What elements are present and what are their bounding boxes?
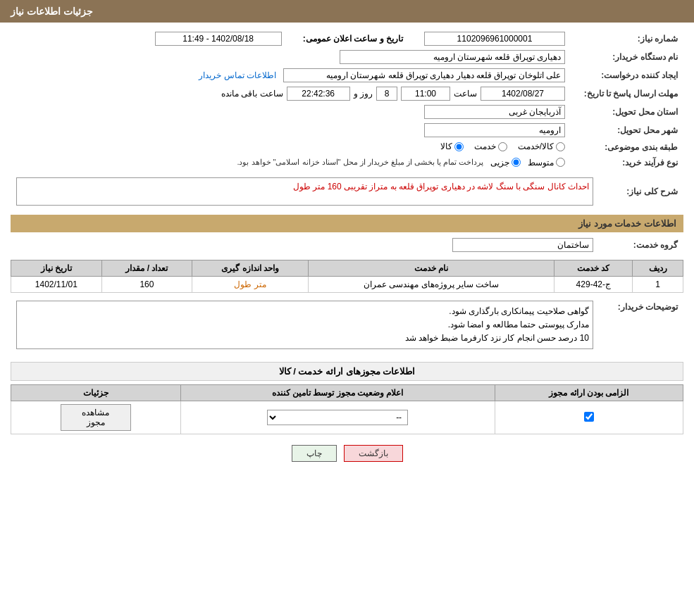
category-option-kala[interactable]: کالا xyxy=(440,142,464,151)
purchase-note: پرداخت تمام یا بخشی از مبلغ خریدار از مح… xyxy=(237,158,483,167)
need-desc-label: شرح کلی نیاز: xyxy=(599,175,683,208)
th-code: کد خدمت xyxy=(554,260,633,276)
th-unit: واحد اندازه گیری xyxy=(192,260,309,276)
permits-section-title: اطلاعات مجوزهای ارائه خدمت / کالا xyxy=(11,362,683,381)
creator-value: علی اتلوخان توپراق قلعه دهیار دهیاری توپ… xyxy=(283,68,565,82)
th-permit-status: اعلام وضعیت مجوز توسط تامین کننده xyxy=(180,385,495,401)
purchase-option-intermediate[interactable]: متوسط xyxy=(528,158,565,168)
contact-link[interactable]: اطلاعات تماس خریدار xyxy=(199,70,276,80)
service-row-qty: 160 xyxy=(101,276,192,292)
service-group-label: گروه خدمت: xyxy=(599,236,683,254)
page-header: جزئیات اطلاعات نیاز xyxy=(0,0,694,23)
service-row-code: ج-42-429 xyxy=(554,276,633,292)
service-row-name: ساخت سایر پروژه‌های مهندسی عمران xyxy=(308,276,554,292)
category-radio-group: کالا/خدمت خدمت کالا xyxy=(440,142,565,151)
purchase-option-partial[interactable]: جزیی xyxy=(490,158,521,168)
category-label: طبقه بندی موضوعی: xyxy=(571,139,683,156)
buyer-note-line: گواهی صلاحیت پیمانکاری بارگذاری شود. xyxy=(20,305,589,318)
th-permit-required: الزامی بودن ارائه مجوز xyxy=(495,385,683,401)
deadline-remaining: 22:42:36 xyxy=(287,87,350,101)
date-time-label: تاریخ و ساعت اعلان عمومی: xyxy=(303,34,403,44)
city-value: ارومیه xyxy=(424,123,565,137)
buyer-note-line: مدارک پیوستی حتما مطالعه و امضا شود. xyxy=(20,318,589,332)
deadline-date: 1402/08/27 xyxy=(481,87,565,101)
purchase-radio-partial[interactable] xyxy=(512,158,521,167)
deadline-days-label: روز و xyxy=(354,89,373,99)
services-section-title: اطلاعات خدمات مورد نیاز xyxy=(11,215,683,232)
service-row: 1 ج-42-429 ساخت سایر پروژه‌های مهندسی عم… xyxy=(11,276,683,292)
date-time-value: 1402/08/18 - 11:49 xyxy=(155,32,282,46)
purchase-radio-intermediate[interactable] xyxy=(556,158,565,167)
buyer-notes-box: گواهی صلاحیت پیمانکاری بارگذاری شود.مدار… xyxy=(16,301,593,350)
th-row: ردیف xyxy=(633,260,683,276)
category-radio-khedmat[interactable] xyxy=(498,142,507,151)
service-group-value: ساختمان xyxy=(452,238,593,252)
deadline-time: 11:00 xyxy=(401,87,450,101)
purchase-type-label: نوع فرآیند خرید: xyxy=(571,156,683,170)
city-label: شهر محل تحویل: xyxy=(571,121,683,139)
need-number-label: شماره نیاز: xyxy=(571,30,683,48)
province-label: استان محل تحویل: xyxy=(571,103,683,121)
deadline-days: 8 xyxy=(376,87,397,101)
permit-row: -- مشاهده مجوز xyxy=(11,401,683,434)
buyer-notes-label: توضیحات خریدار: xyxy=(599,298,683,352)
buyer-org-label: نام دستگاه خریدار: xyxy=(571,48,683,66)
deadline-time-word: ساعت xyxy=(454,89,477,99)
th-permit-details: جزئیات xyxy=(11,385,181,401)
deadline-label: مهلت ارسال پاسخ تا تاریخ: xyxy=(571,84,683,103)
need-description-value: احداث کانال سنگی با سنگ لاشه در دهیاری ت… xyxy=(16,177,593,206)
print-button[interactable]: چاپ xyxy=(292,445,337,462)
bottom-buttons-area: بازگشت چاپ xyxy=(11,434,683,472)
province-value: آذربایجان غربی xyxy=(424,105,565,119)
category-radio-kala[interactable] xyxy=(454,142,464,151)
creator-label: ایجاد کننده درخواست: xyxy=(571,66,683,84)
permit-status-cell: -- xyxy=(180,401,495,434)
need-number-value: 1102096961000001 xyxy=(424,32,565,46)
deadline-remaining-label: ساعت باقی مانده xyxy=(221,89,283,99)
category-option-kala-khedmat[interactable]: کالا/خدمت xyxy=(518,142,565,151)
buyer-note-line: 10 درصد حسن انجام کار نزد کارفرما ضبط خو… xyxy=(20,332,589,345)
th-qty: تعداد / مقدار xyxy=(101,260,192,276)
buyer-org-value: دهیاری توپراق قلعه شهرستان ارومیه xyxy=(340,50,565,64)
service-row-date: 1402/11/01 xyxy=(11,276,102,292)
category-option-khedmat[interactable]: خدمت xyxy=(474,142,507,151)
page-title: جزئیات اطلاعات نیاز xyxy=(11,6,93,17)
back-button[interactable]: بازگشت xyxy=(344,445,403,462)
permit-required-checkbox[interactable] xyxy=(584,412,594,422)
th-date: تاریخ نیاز xyxy=(11,260,102,276)
category-radio-kala-khedmat[interactable] xyxy=(556,142,565,151)
permit-required-cell xyxy=(495,401,683,434)
permit-details-cell: مشاهده مجوز xyxy=(11,401,181,434)
permit-status-select[interactable]: -- xyxy=(267,410,408,425)
service-row-unit: متر طول xyxy=(192,276,309,292)
service-row-num: 1 xyxy=(633,276,683,292)
view-permit-button[interactable]: مشاهده مجوز xyxy=(61,404,131,431)
th-name: نام خدمت xyxy=(308,260,554,276)
